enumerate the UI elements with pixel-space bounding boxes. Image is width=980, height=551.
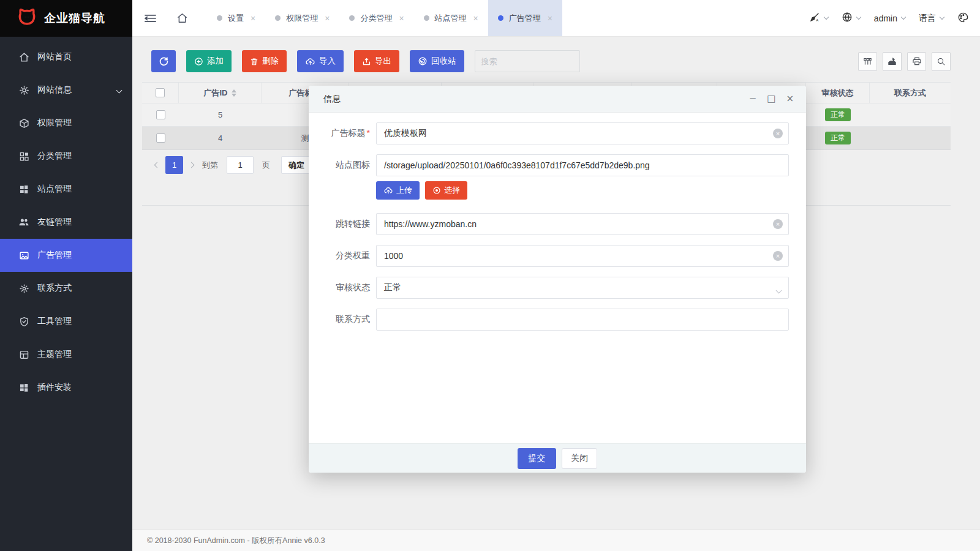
layout-icon (18, 349, 29, 360)
field-link: 跳转链接 × (327, 213, 789, 235)
status-select[interactable]: 正常 (376, 277, 789, 299)
user-menu[interactable]: admin (874, 13, 905, 23)
sidebar-item-label: 网站首页 (37, 51, 72, 62)
recycle-bin-button[interactable]: 回收站 (410, 50, 464, 72)
close-icon[interactable]: × (786, 94, 794, 103)
sidebar-item-ads[interactable]: 广告管理 (0, 239, 132, 272)
svg-text:A: A (816, 18, 818, 22)
choose-button[interactable]: 选择 (425, 181, 467, 200)
brand-logo[interactable]: 企业猫导航 (0, 0, 132, 37)
clear-input-icon[interactable]: × (773, 251, 783, 261)
print-icon[interactable] (907, 52, 926, 71)
link-input[interactable] (376, 213, 789, 235)
confirm-page-button[interactable]: 确定 (281, 156, 312, 174)
tab-permission[interactable]: 权限管理 × (265, 0, 339, 36)
current-page-button[interactable]: 1 (165, 156, 183, 174)
app-root: 企业猫导航 网站首页 网站信息 权限管理 分类管理 (0, 0, 980, 551)
chevron-down-icon (116, 87, 123, 93)
users-icon (18, 217, 29, 228)
palette-menu[interactable] (957, 12, 969, 25)
field-status: 审核状态 正常 (327, 277, 789, 299)
sidebar-item-theme[interactable]: 主题管理 (0, 338, 132, 371)
theme-brush-menu[interactable]: A (809, 12, 828, 24)
column-header-status[interactable]: 审核状态 (806, 83, 870, 103)
sidebar-item-contact[interactable]: 联系方式 (0, 272, 132, 305)
row-checkbox[interactable] (156, 110, 165, 119)
clear-input-icon[interactable]: × (773, 219, 783, 229)
copyright-text: © 2018-2030 FunAdmin.com - 版权所有Annie v6.… (147, 536, 325, 546)
tab-ads[interactable]: 广告管理 × (488, 0, 562, 36)
ad-title-input[interactable] (376, 122, 789, 144)
tab-label: 站点管理 (435, 13, 467, 24)
table-utility-buttons (858, 52, 951, 71)
dialog-title: 信息 (323, 94, 341, 105)
sidebar-item-label: 插件安装 (37, 382, 72, 393)
column-header-contact[interactable]: 联系方式 (870, 83, 951, 103)
globe-icon (842, 12, 853, 24)
status-badge: 正常 (825, 108, 851, 121)
close-icon[interactable]: × (548, 13, 552, 23)
close-icon[interactable]: × (399, 13, 404, 23)
sidebar-item-site-info[interactable]: 网站信息 (0, 73, 132, 107)
delete-button-label: 删除 (262, 56, 279, 67)
sidebar-item-permission[interactable]: 权限管理 (0, 107, 132, 140)
close-icon[interactable]: × (473, 13, 478, 23)
tab-site[interactable]: 站点管理 × (414, 0, 488, 36)
status-badge: 正常 (825, 132, 851, 144)
maximize-icon[interactable]: □ (767, 94, 775, 103)
clear-input-icon[interactable]: × (773, 129, 783, 138)
delete-button[interactable]: 删除 (242, 50, 287, 72)
sidebar-toggle-icon[interactable] (140, 8, 160, 29)
language-menu[interactable]: 语言 (919, 13, 944, 24)
select-all-checkbox[interactable] (156, 88, 165, 97)
sidebar-item-home[interactable]: 网站首页 (0, 40, 132, 73)
dialog-body: 广告标题* × 站点图标 上传 选择 (309, 113, 806, 443)
site-icon-path-input[interactable] (376, 154, 789, 176)
field-label: 审核状态 (327, 282, 370, 293)
tab-settings[interactable]: 设置 × (207, 0, 265, 36)
columns-toggle-icon[interactable] (858, 52, 877, 71)
export-table-icon[interactable] (883, 52, 902, 71)
row-checkbox[interactable] (156, 133, 165, 143)
sidebar-item-tools[interactable]: 工具管理 (0, 305, 132, 338)
sidebar-item-links[interactable]: 友链管理 (0, 206, 132, 239)
weight-input[interactable] (376, 245, 789, 267)
prev-page-icon[interactable] (155, 163, 159, 167)
sidebar-item-site[interactable]: 站点管理 (0, 173, 132, 206)
sidebar-item-category[interactable]: 分类管理 (0, 140, 132, 173)
contact-input[interactable] (376, 309, 789, 331)
import-button[interactable]: 导入 (297, 50, 344, 72)
refresh-button[interactable] (151, 50, 176, 72)
dialog-close-button[interactable]: 关闭 (562, 448, 597, 469)
search-input[interactable] (475, 50, 580, 72)
column-header-ad-id[interactable]: 广告ID (179, 83, 262, 103)
dialog-header[interactable]: 信息 − □ × (309, 86, 806, 113)
minimize-icon[interactable]: − (749, 94, 757, 103)
close-icon[interactable]: × (325, 13, 330, 23)
sidebar: 企业猫导航 网站首页 网站信息 权限管理 分类管理 (0, 0, 132, 551)
windows-icon (18, 184, 29, 195)
close-icon[interactable]: × (251, 13, 255, 23)
sidebar-item-label: 主题管理 (37, 349, 72, 360)
export-button[interactable]: 导出 (354, 50, 399, 72)
status-select-value: 正常 (384, 282, 401, 293)
upload-button[interactable]: 上传 (376, 181, 420, 200)
next-page-icon[interactable] (189, 163, 194, 167)
tab-category[interactable]: 分类管理 × (339, 0, 413, 36)
field-label: 站点图标 (327, 160, 370, 171)
home-tab-icon[interactable] (172, 8, 192, 29)
fullscreen-search-icon[interactable] (932, 52, 951, 71)
language-label: 语言 (919, 13, 936, 24)
sort-icon[interactable] (232, 89, 236, 97)
add-button[interactable]: 添加 (186, 50, 232, 72)
recycle-bin-button-label: 回收站 (431, 56, 456, 67)
cat-logo-icon (16, 6, 38, 31)
username: admin (874, 13, 897, 23)
sidebar-item-plugin[interactable]: 插件安装 (0, 371, 132, 404)
submit-button[interactable]: 提交 (518, 448, 556, 469)
site-link-menu[interactable] (842, 12, 861, 24)
chevron-down-icon (940, 15, 944, 20)
page-number-input[interactable] (227, 156, 254, 174)
tab-bar: 设置 × 权限管理 × 分类管理 × 站点管理 × (207, 0, 562, 36)
cell-ad-id: 4 (179, 127, 262, 149)
